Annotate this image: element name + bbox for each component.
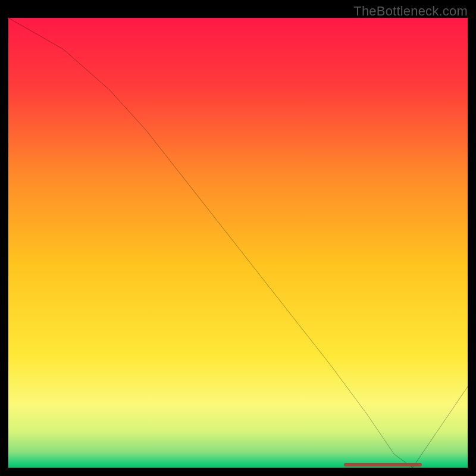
- chart-frame: TheBottleneck.com: [0, 0, 476, 476]
- watermark-label: TheBottleneck.com: [353, 4, 468, 19]
- bottleneck-curve: [8, 18, 468, 468]
- optimum-range-marker: [344, 463, 422, 466]
- plot-area: [8, 18, 468, 468]
- plot-canvas: [8, 18, 468, 468]
